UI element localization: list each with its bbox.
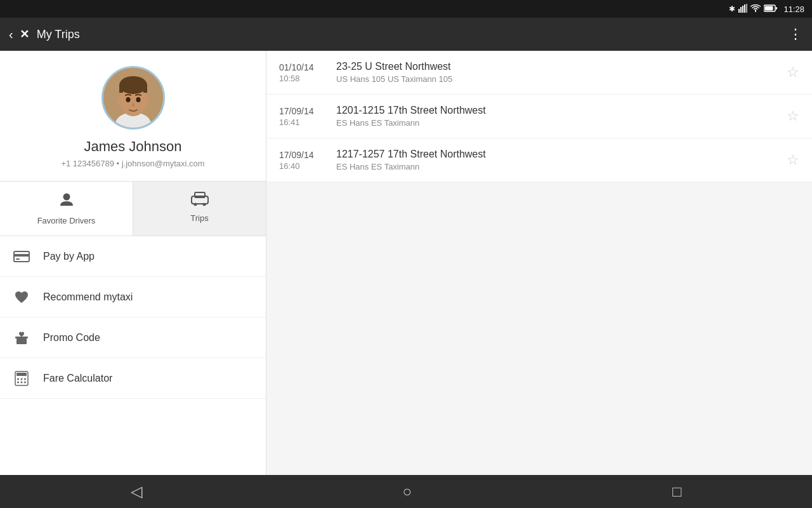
tab-trips-label: Trips xyxy=(190,213,208,223)
svg-point-36 xyxy=(21,381,23,383)
svg-rect-7 xyxy=(776,7,777,10)
promo-label: Promo Code xyxy=(43,332,100,344)
trip-date-main: 17/09/14 xyxy=(279,150,330,160)
trip-date-main: 17/09/14 xyxy=(279,106,330,116)
battery-icon xyxy=(764,4,778,14)
profile-info: +1 123456789 • j.johnson@mytaxi.com xyxy=(61,159,204,168)
home-nav-button[interactable]: ○ xyxy=(390,478,425,505)
svg-point-19 xyxy=(63,194,70,201)
svg-point-32 xyxy=(17,378,19,380)
svg-rect-4 xyxy=(746,4,747,13)
svg-rect-14 xyxy=(143,85,147,93)
trip-item[interactable]: 17/09/14 16:41 1201-1215 17th Street Nor… xyxy=(266,95,812,138)
svg-rect-25 xyxy=(14,254,29,257)
trip-date-main: 01/10/14 xyxy=(279,62,330,72)
bluetooth-icon: ✱ xyxy=(729,4,735,13)
avatar xyxy=(102,66,165,130)
payment-icon xyxy=(13,250,30,264)
recent-nav-button[interactable]: □ xyxy=(660,478,695,505)
trip-details: 23-25 U Street Northwest US Hans 105 US … xyxy=(330,61,787,84)
status-icons: ✱ 11:28 xyxy=(729,4,804,15)
sidebar: James Johnson +1 123456789 • j.johnson@m… xyxy=(0,51,266,475)
trip-star-button[interactable]: ☆ xyxy=(787,108,799,124)
trip-address: 1201-1215 17th Street Northwest xyxy=(336,105,787,116)
trip-driver: ES Hans ES Taximann xyxy=(336,162,787,171)
profile-name: James Johnson xyxy=(84,138,181,155)
tab-trips[interactable]: Trips xyxy=(133,182,266,236)
svg-point-12 xyxy=(119,76,147,94)
trip-address: 1217-1257 17th Street Northwest xyxy=(336,149,787,160)
trip-date-time: 10:58 xyxy=(279,74,330,83)
svg-point-16 xyxy=(136,97,140,102)
back-button[interactable]: ‹ xyxy=(9,27,13,42)
signal-icon xyxy=(738,4,747,15)
tab-favorite-drivers-label: Favorite Drivers xyxy=(37,216,96,225)
trip-item[interactable]: 17/09/14 16:40 1217-1257 17th Street Nor… xyxy=(266,138,812,182)
trip-item[interactable]: 01/10/14 10:58 23-25 U Street Northwest … xyxy=(266,51,812,95)
nav-bar: ‹ ✕ My Trips ⋮ xyxy=(0,18,812,51)
page-title: My Trips xyxy=(37,28,789,41)
svg-rect-3 xyxy=(744,4,745,13)
menu-item-recommend[interactable]: Recommend mytaxi xyxy=(0,277,266,318)
svg-point-33 xyxy=(21,378,23,380)
svg-rect-26 xyxy=(16,258,20,260)
wifi-icon xyxy=(750,4,761,14)
svg-rect-31 xyxy=(16,373,27,376)
menu-items: Pay by App Recommend mytaxi xyxy=(0,236,266,475)
trip-details: 1217-1257 17th Street Northwest ES Hans … xyxy=(330,149,787,171)
pay-by-app-label: Pay by App xyxy=(43,251,95,262)
trips-icon xyxy=(191,192,209,210)
trip-star-button[interactable]: ☆ xyxy=(787,64,799,81)
trip-date-time: 16:41 xyxy=(279,117,330,127)
trip-star-button[interactable]: ☆ xyxy=(787,152,799,168)
calculator-icon xyxy=(13,371,30,386)
trip-date: 01/10/14 10:58 xyxy=(279,62,330,83)
main-content: James Johnson +1 123456789 • j.johnson@m… xyxy=(0,51,812,475)
trip-date: 17/09/14 16:40 xyxy=(279,150,330,171)
favorite-drivers-icon xyxy=(58,192,75,212)
status-bar: ✱ 11:28 xyxy=(0,0,812,18)
menu-item-pay-by-app[interactable]: Pay by App xyxy=(0,236,266,277)
trip-date: 17/09/14 16:41 xyxy=(279,106,330,127)
gift-icon xyxy=(13,330,30,345)
trips-panel: 01/10/14 10:58 23-25 U Street Northwest … xyxy=(266,51,812,475)
fare-calculator-label: Fare Calculator xyxy=(43,373,112,384)
svg-rect-1 xyxy=(740,7,742,13)
profile-section: James Johnson +1 123456789 • j.johnson@m… xyxy=(0,51,266,182)
trip-date-time: 16:40 xyxy=(279,161,330,171)
app-logo: ✕ xyxy=(20,27,29,41)
svg-rect-6 xyxy=(765,6,773,10)
svg-point-18 xyxy=(145,98,149,104)
back-nav-button[interactable]: ◁ xyxy=(118,478,155,505)
bottom-nav: ◁ ○ □ xyxy=(0,475,812,508)
trip-details: 1201-1215 17th Street Northwest ES Hans … xyxy=(330,105,787,128)
svg-rect-29 xyxy=(21,337,22,344)
svg-point-15 xyxy=(126,97,130,102)
recommend-label: Recommend mytaxi xyxy=(43,291,133,303)
heart-icon xyxy=(13,290,30,304)
tabs-section: Favorite Drivers Trips xyxy=(0,182,266,236)
svg-point-34 xyxy=(24,378,26,380)
status-time: 11:28 xyxy=(783,4,804,14)
trip-driver: ES Hans ES Taximann xyxy=(336,118,787,128)
svg-point-37 xyxy=(24,381,26,383)
svg-rect-13 xyxy=(119,85,123,93)
svg-rect-0 xyxy=(738,9,740,13)
svg-rect-2 xyxy=(742,6,743,13)
trip-driver: US Hans 105 US Taximann 105 xyxy=(336,74,787,84)
svg-point-35 xyxy=(17,381,19,383)
menu-item-fare[interactable]: Fare Calculator xyxy=(0,358,266,399)
svg-point-17 xyxy=(117,98,121,104)
more-options-button[interactable]: ⋮ xyxy=(789,26,803,43)
trip-address: 23-25 U Street Northwest xyxy=(336,61,787,72)
menu-item-promo[interactable]: Promo Code xyxy=(0,318,266,358)
tab-favorite-drivers[interactable]: Favorite Drivers xyxy=(0,182,133,236)
